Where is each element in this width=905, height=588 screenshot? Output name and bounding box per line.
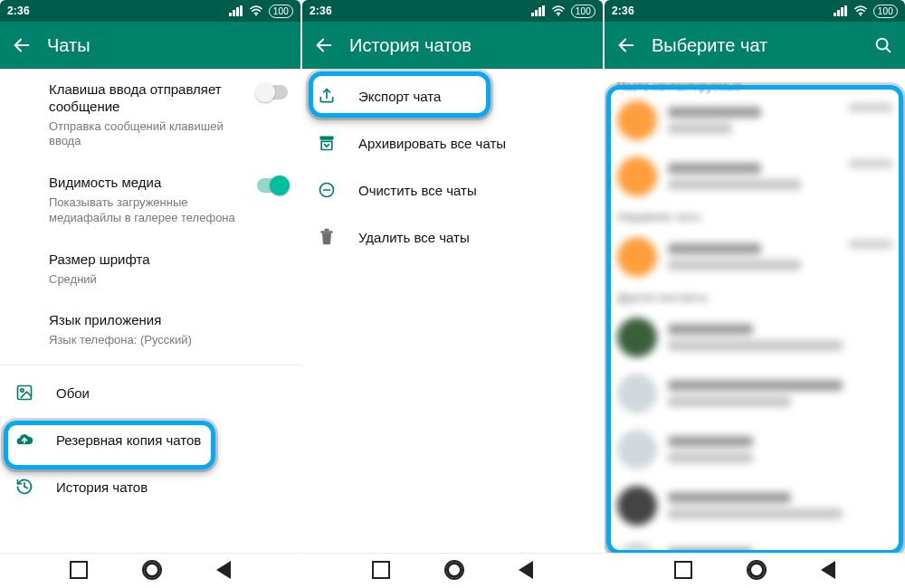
- svg-rect-1: [233, 10, 235, 16]
- setting-enter-key-send[interactable]: Клавиша ввода отправляет сообщение Отпра…: [0, 69, 300, 162]
- label: Удалить все чаты: [358, 230, 470, 245]
- svg-rect-6: [18, 386, 32, 400]
- app-bar: История чатов: [302, 22, 603, 69]
- app-bar: Выберите чат: [605, 22, 905, 69]
- phone-screen-3: 2:36 100 Выберите чат Часто контактируем…: [605, 0, 905, 586]
- avatar: [617, 374, 657, 413]
- svg-point-26: [860, 14, 862, 16]
- select-chat-content: Часто контактируемые Недавние чаты: [605, 69, 905, 553]
- svg-point-4: [255, 14, 257, 16]
- settings-content: Клавиша ввода отправляет сообщение Отпра…: [0, 69, 300, 553]
- android-nav-bar: [302, 553, 603, 586]
- recent-apps-button[interactable]: [70, 561, 88, 579]
- signal-icon: [834, 5, 848, 16]
- avatar: [617, 100, 657, 140]
- chat-row[interactable]: [605, 309, 905, 365]
- label: История чатов: [56, 479, 148, 495]
- setting-chat-history[interactable]: История чатов: [0, 463, 300, 510]
- avatar: [617, 237, 657, 277]
- action-clear-all[interactable]: Очистить все чаты: [302, 166, 603, 213]
- chat-list-blurred: Недавние чаты Другие контакты: [605, 92, 905, 553]
- history-content: Экспорт чата Архивировать все чаты Очист…: [302, 69, 603, 553]
- setting-font-size[interactable]: Размер шрифта Средний: [0, 239, 300, 300]
- divider: [0, 365, 300, 365]
- search-icon[interactable]: [872, 34, 894, 56]
- setting-backup[interactable]: Резервная копия чатов: [0, 416, 300, 463]
- svg-rect-23: [837, 10, 840, 16]
- status-bar: 2:36 100: [605, 0, 905, 22]
- status-time: 2:36: [612, 5, 634, 17]
- battery-icon: 100: [269, 5, 293, 18]
- label: Обои: [56, 385, 90, 401]
- app-bar: Чаты: [0, 22, 300, 69]
- android-nav-bar: [605, 553, 905, 586]
- home-button[interactable]: [444, 560, 464, 580]
- back-button[interactable]: [519, 561, 533, 579]
- android-nav-bar: [0, 553, 300, 586]
- label: Архивировать все чаты: [358, 136, 506, 151]
- status-bar: 2:36 100: [0, 0, 300, 22]
- avatar: [617, 486, 657, 526]
- chat-row[interactable]: [605, 92, 905, 148]
- back-arrow-icon[interactable]: [11, 34, 33, 56]
- recent-apps-button[interactable]: [674, 561, 692, 579]
- svg-line-29: [886, 48, 890, 52]
- chat-row[interactable]: [605, 229, 905, 285]
- svg-rect-2: [236, 7, 239, 16]
- svg-rect-25: [844, 5, 847, 16]
- back-arrow-icon[interactable]: [313, 34, 335, 56]
- page-title: История чатов: [349, 35, 472, 56]
- wifi-icon: [551, 5, 566, 16]
- chat-row[interactable]: [605, 148, 905, 204]
- section-recent: Недавние чаты: [605, 204, 905, 229]
- svg-rect-11: [535, 10, 538, 16]
- svg-rect-17: [320, 137, 334, 140]
- status-time: 2:36: [310, 5, 332, 17]
- toggle-media-visibility[interactable]: [257, 178, 288, 193]
- home-button[interactable]: [142, 560, 162, 580]
- setting-app-language[interactable]: Язык приложения Язык телефона: (Русский): [0, 299, 300, 361]
- svg-point-7: [21, 389, 24, 392]
- svg-rect-13: [542, 5, 545, 16]
- battery-icon: 100: [873, 5, 898, 18]
- home-button[interactable]: [747, 560, 767, 580]
- status-bar: 2:36 100: [302, 0, 603, 22]
- label: Очистить все чаты: [358, 183, 477, 198]
- chat-row[interactable]: [605, 365, 905, 422]
- svg-rect-20: [320, 231, 332, 233]
- history-icon: [14, 477, 34, 497]
- chat-row[interactable]: [605, 422, 905, 478]
- back-button[interactable]: [821, 561, 835, 579]
- wifi-icon: [853, 5, 868, 16]
- signal-icon: [229, 5, 243, 16]
- svg-line-9: [24, 487, 27, 488]
- trash-icon: [317, 227, 337, 247]
- avatar: [617, 542, 657, 553]
- wallpaper-icon: [14, 383, 34, 403]
- toggle-enter-key[interactable]: [257, 85, 288, 100]
- chat-row[interactable]: [605, 478, 905, 534]
- recent-apps-button[interactable]: [372, 561, 390, 579]
- setting-media-visibility[interactable]: Видимость медиа Показывать загруженные м…: [0, 162, 300, 239]
- svg-rect-21: [325, 229, 329, 232]
- clear-icon: [317, 180, 337, 200]
- setting-wallpaper[interactable]: Обои: [0, 369, 300, 416]
- action-archive-all[interactable]: Архивировать все чаты: [302, 119, 603, 166]
- back-arrow-icon[interactable]: [615, 34, 637, 56]
- chat-row[interactable]: [605, 534, 905, 553]
- action-delete-all[interactable]: Удалить все чаты: [302, 213, 603, 261]
- wifi-icon: [249, 5, 263, 16]
- page-title: Выберите чат: [652, 35, 767, 56]
- avatar: [617, 430, 657, 469]
- label: Резервная копия чатов: [56, 432, 201, 448]
- svg-rect-0: [229, 13, 232, 16]
- action-export-chat[interactable]: Экспорт чата: [302, 72, 603, 119]
- phone-screen-2: 2:36 100 История чатов Экспорт чата: [302, 0, 603, 586]
- svg-rect-10: [531, 13, 534, 16]
- svg-rect-22: [834, 13, 836, 16]
- svg-point-14: [557, 14, 559, 16]
- back-button[interactable]: [216, 561, 231, 579]
- svg-rect-12: [538, 7, 541, 16]
- label: Экспорт чата: [358, 89, 441, 104]
- export-icon: [317, 86, 337, 106]
